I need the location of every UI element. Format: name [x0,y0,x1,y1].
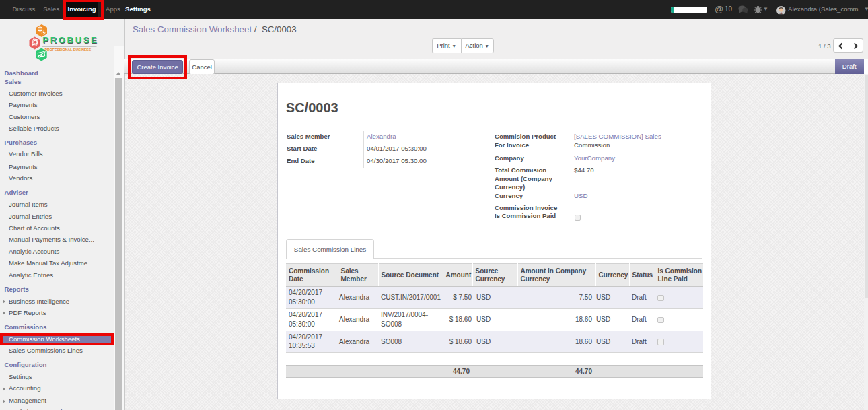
svg-text:PROFESSIONAL BUSINESS: PROFESSIONAL BUSINESS [45,48,92,52]
svg-text:PROBUSE: PROBUSE [42,35,98,45]
